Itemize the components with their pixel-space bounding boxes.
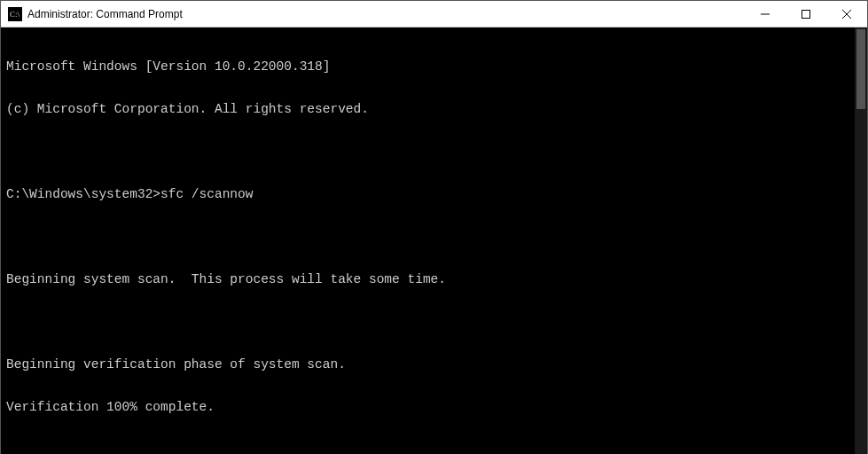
output-line: Beginning system scan. This process will…: [6, 272, 849, 286]
command-prompt-window: C:\ Administrator: Command Prompt Micros…: [0, 0, 868, 454]
output-line: [6, 145, 849, 159]
window-title: Administrator: Command Prompt: [27, 8, 745, 20]
svg-rect-3: [802, 10, 810, 18]
output-line: Microsoft Windows [Version 10.0.22000.31…: [6, 59, 849, 74]
window-controls: [745, 1, 867, 27]
svg-text:C:\: C:\: [10, 10, 20, 19]
scrollbar[interactable]: [855, 27, 867, 454]
close-button[interactable]: [826, 1, 867, 27]
output-line: Beginning verification phase of system s…: [6, 357, 849, 372]
output-line: [6, 230, 849, 244]
prompt-line: C:\Windows\system32>sfc /scannow: [6, 187, 849, 201]
prompt-path: C:\Windows\system32>: [6, 187, 160, 201]
prompt-command: sfc /scannow: [160, 187, 253, 201]
scrollbar-thumb[interactable]: [856, 29, 865, 109]
titlebar[interactable]: C:\ Administrator: Command Prompt: [1, 1, 867, 27]
cmd-icon: C:\: [8, 7, 22, 21]
output-line: [6, 442, 849, 454]
terminal-output[interactable]: Microsoft Windows [Version 10.0.22000.31…: [1, 27, 855, 454]
terminal-area: Microsoft Windows [Version 10.0.22000.31…: [1, 27, 867, 454]
output-line: (c) Microsoft Corporation. All rights re…: [6, 102, 849, 116]
output-line: [6, 315, 849, 329]
minimize-button[interactable]: [745, 1, 786, 27]
output-line: Verification 100% complete.: [6, 400, 849, 414]
maximize-button[interactable]: [786, 1, 826, 27]
